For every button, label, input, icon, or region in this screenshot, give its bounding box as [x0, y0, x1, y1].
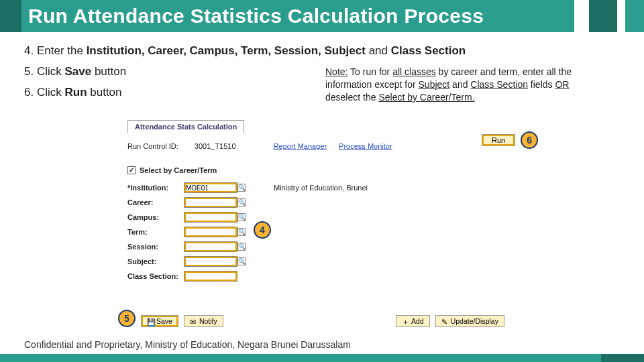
run-button[interactable]: Run	[482, 134, 515, 146]
note-underline: Select by Career/Term.	[378, 92, 474, 103]
input-institution[interactable]	[184, 182, 237, 193]
note-lead: Note:	[325, 66, 347, 77]
step-bold: Run	[64, 86, 87, 99]
link-process-monitor[interactable]: Process Monitor	[339, 142, 392, 150]
callout-5: 5	[118, 310, 136, 327]
note-text: deselect the	[325, 92, 378, 103]
step-bold: Save	[64, 65, 91, 78]
step-bold: Institution, Career, Campus, Term, Sessi…	[87, 44, 366, 57]
link-report-manager[interactable]: Report Manager	[274, 142, 327, 150]
note-underline: all classes	[392, 66, 436, 77]
save-button[interactable]: 💾 Save	[141, 315, 178, 327]
input-term[interactable]	[184, 227, 237, 237]
step-text: Click	[37, 65, 65, 78]
lookup-icon[interactable]: 🔍	[237, 257, 246, 265]
lookup-icon[interactable]: 🔍	[237, 184, 246, 192]
note-underline: Subject	[419, 79, 450, 90]
input-subject[interactable]	[184, 256, 237, 267]
save-icon: 💾	[147, 318, 154, 324]
add-label: Add	[411, 317, 424, 325]
step-text: button	[87, 86, 122, 99]
decor-block	[589, 0, 617, 32]
notify-label: Notify	[199, 317, 217, 325]
run-button-wrap: Run 6	[482, 131, 538, 149]
decor-block	[574, 0, 589, 32]
note-text: and	[449, 79, 470, 90]
run-control-value: 3001_T1510	[195, 142, 236, 150]
label-term: Term:	[127, 228, 184, 236]
note-text: To run for	[347, 66, 392, 77]
checkbox-select-by[interactable]: ✓	[127, 166, 136, 174]
notify-icon: ✉	[190, 318, 197, 324]
save-label: Save	[156, 317, 172, 325]
input-campus[interactable]	[184, 212, 237, 223]
step-4: Enter the Institution, Career, Campus, T…	[23, 42, 644, 61]
step-bold: Class Section	[391, 44, 466, 57]
lookup-icon[interactable]: 🔍	[237, 243, 246, 251]
step-text: Click	[37, 86, 65, 99]
add-button[interactable]: ＋ Add	[396, 315, 430, 327]
input-session[interactable]	[184, 241, 237, 252]
notify-button[interactable]: ✉ Notify	[184, 315, 223, 327]
lookup-icon[interactable]: 🔍	[237, 228, 246, 236]
select-by-label: Select by Career/Term	[140, 166, 217, 174]
footer-text: Confidential and Proprietary, Ministry o…	[24, 339, 351, 350]
bottom-buttons-left: 💾 Save ✉ Notify	[141, 315, 223, 327]
add-icon: ＋	[402, 318, 409, 324]
lookup-icon[interactable]: 🔍	[237, 213, 246, 221]
note-text: fields	[528, 79, 555, 90]
step-text: button	[91, 65, 126, 78]
label-class-section: Class Section:	[127, 272, 184, 280]
update-icon: ✎	[441, 318, 448, 324]
bottom-buttons-right: ＋ Add ✎ Update/Display	[396, 315, 504, 327]
callout-6: 6	[521, 131, 538, 149]
page-title: Run Attendance Statistics Calculation Pr…	[28, 5, 484, 27]
field-grid: *Institution: 🔍 Ministry of Education, B…	[127, 182, 555, 282]
footer-bar-dark	[601, 354, 644, 362]
select-by-career-term: ✓ Select by Career/Term	[127, 166, 555, 174]
step-text: and	[366, 44, 391, 57]
update-label: Update/Display	[451, 317, 498, 325]
callout-4: 4	[254, 221, 271, 239]
decor-block	[617, 0, 625, 32]
run-control-label: Run Control ID:	[127, 142, 178, 150]
label-campus: Campus:	[127, 213, 184, 221]
footer-bar	[0, 354, 644, 362]
decor-block	[625, 0, 644, 32]
lookup-icon[interactable]: 🔍	[237, 198, 246, 206]
label-session: Session:	[127, 243, 184, 251]
institution-description: Ministry of Education, Brunei	[274, 184, 555, 192]
input-class-section[interactable]	[184, 271, 237, 282]
note-underline: Class Section	[470, 79, 528, 90]
update-display-button[interactable]: ✎ Update/Display	[435, 315, 504, 327]
note-box: Note: To run for all classes by career a…	[325, 66, 594, 104]
step-text: Enter the	[37, 44, 87, 57]
label-institution: *Institution:	[127, 184, 184, 192]
note-underline: OR	[555, 79, 569, 90]
slide-header: Run Attendance Statistics Calculation Pr…	[0, 0, 644, 32]
header-decor	[574, 0, 644, 32]
input-career[interactable]	[184, 197, 237, 208]
label-career: Career:	[127, 198, 184, 206]
label-subject: Subject:	[127, 257, 184, 265]
tab-attendance-stats[interactable]: Attendance Stats Calculation	[127, 120, 244, 133]
